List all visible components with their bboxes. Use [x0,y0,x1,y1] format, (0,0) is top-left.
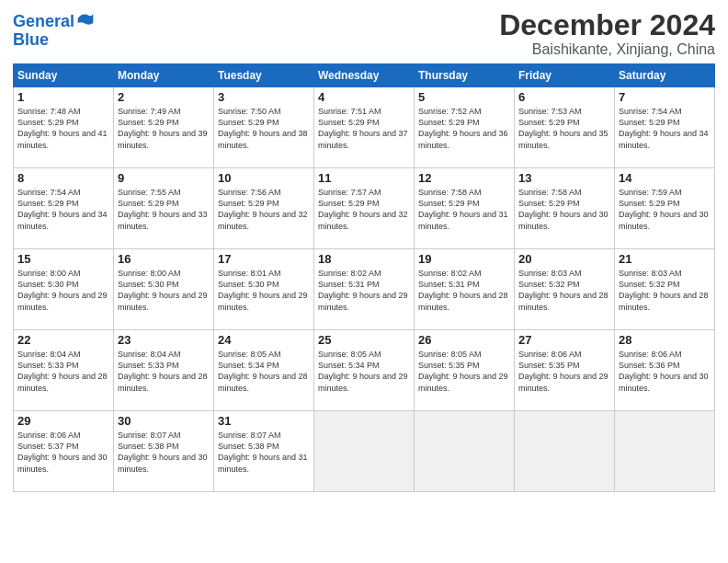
col-saturday: Saturday [615,64,715,87]
table-cell: 13Sunrise: 7:58 AMSunset: 5:29 PMDayligh… [515,168,615,249]
day-number: 4 [318,90,410,104]
table-cell: 11Sunrise: 7:57 AMSunset: 5:29 PMDayligh… [314,168,415,249]
col-thursday: Thursday [415,64,515,87]
table-cell: 23Sunrise: 8:04 AMSunset: 5:33 PMDayligh… [114,330,214,411]
day-number: 9 [118,171,210,185]
table-cell: 16Sunrise: 8:00 AMSunset: 5:30 PMDayligh… [114,249,214,330]
day-number: 31 [218,414,310,428]
day-number: 16 [118,252,210,266]
day-number: 5 [418,90,510,104]
calendar-subtitle: Baishikante, Xinjiang, China [499,41,715,58]
main-container: General Blue December 2024 Baishikante, … [0,0,728,563]
table-cell: 4Sunrise: 7:51 AMSunset: 5:29 PMDaylight… [314,87,415,168]
day-number: 8 [17,171,109,185]
day-number: 18 [318,252,410,266]
day-number: 28 [619,333,711,347]
table-cell: 21Sunrise: 8:03 AMSunset: 5:32 PMDayligh… [615,249,715,330]
day-number: 24 [218,333,310,347]
day-number: 30 [118,414,210,428]
table-cell: 28Sunrise: 8:06 AMSunset: 5:36 PMDayligh… [615,330,715,411]
table-cell: 1Sunrise: 7:48 AMSunset: 5:29 PMDaylight… [14,87,114,168]
table-cell: 2Sunrise: 7:49 AMSunset: 5:29 PMDaylight… [114,87,214,168]
day-info: Sunrise: 8:06 AMSunset: 5:36 PMDaylight:… [619,349,711,394]
day-info: Sunrise: 7:51 AMSunset: 5:29 PMDaylight:… [318,106,410,151]
day-info: Sunrise: 7:54 AMSunset: 5:29 PMDaylight:… [17,187,109,232]
table-cell [314,411,415,492]
day-info: Sunrise: 7:55 AMSunset: 5:29 PMDaylight:… [118,187,210,232]
day-number: 17 [218,252,310,266]
day-info: Sunrise: 8:00 AMSunset: 5:30 PMDaylight:… [17,268,109,313]
day-number: 1 [17,90,109,104]
day-number: 2 [118,90,210,104]
logo-text-blue: Blue [13,31,95,50]
day-number: 25 [318,333,410,347]
calendar-title: December 2024 [499,9,715,41]
table-cell: 3Sunrise: 7:50 AMSunset: 5:29 PMDaylight… [214,87,314,168]
day-info: Sunrise: 7:57 AMSunset: 5:29 PMDaylight:… [318,187,410,232]
calendar-table: Sunday Monday Tuesday Wednesday Thursday… [13,63,715,492]
day-info: Sunrise: 8:04 AMSunset: 5:33 PMDaylight:… [118,349,210,394]
day-number: 19 [418,252,510,266]
day-info: Sunrise: 8:00 AMSunset: 5:30 PMDaylight:… [118,268,210,313]
col-sunday: Sunday [14,64,114,87]
table-cell: 15Sunrise: 8:00 AMSunset: 5:30 PMDayligh… [14,249,114,330]
table-cell: 19Sunrise: 8:02 AMSunset: 5:31 PMDayligh… [415,249,515,330]
day-number: 11 [318,171,410,185]
table-cell: 10Sunrise: 7:56 AMSunset: 5:29 PMDayligh… [214,168,314,249]
day-number: 3 [218,90,310,104]
table-cell: 26Sunrise: 8:05 AMSunset: 5:35 PMDayligh… [415,330,515,411]
day-info: Sunrise: 8:06 AMSunset: 5:37 PMDaylight:… [17,430,109,475]
day-info: Sunrise: 8:07 AMSunset: 5:38 PMDaylight:… [218,430,310,475]
day-number: 10 [218,171,310,185]
day-info: Sunrise: 8:05 AMSunset: 5:34 PMDaylight:… [218,349,310,394]
logo-icon [76,9,95,28]
day-number: 22 [17,333,109,347]
col-friday: Friday [515,64,615,87]
day-number: 6 [518,90,610,104]
day-number: 21 [619,252,711,266]
table-cell: 31Sunrise: 8:07 AMSunset: 5:38 PMDayligh… [214,411,314,492]
day-number: 12 [418,171,510,185]
table-cell: 5Sunrise: 7:52 AMSunset: 5:29 PMDaylight… [415,87,515,168]
day-info: Sunrise: 8:01 AMSunset: 5:30 PMDaylight:… [218,268,310,313]
day-number: 29 [17,414,109,428]
col-monday: Monday [114,64,214,87]
day-info: Sunrise: 7:48 AMSunset: 5:29 PMDaylight:… [17,106,109,151]
day-number: 13 [518,171,610,185]
table-cell: 30Sunrise: 8:07 AMSunset: 5:38 PMDayligh… [114,411,214,492]
table-cell: 22Sunrise: 8:04 AMSunset: 5:33 PMDayligh… [14,330,114,411]
day-info: Sunrise: 7:56 AMSunset: 5:29 PMDaylight:… [218,187,310,232]
title-block: December 2024 Baishikante, Xinjiang, Chi… [499,9,715,58]
day-number: 20 [518,252,610,266]
day-info: Sunrise: 8:07 AMSunset: 5:38 PMDaylight:… [118,430,210,475]
day-info: Sunrise: 7:49 AMSunset: 5:29 PMDaylight:… [118,106,210,151]
header: General Blue December 2024 Baishikante, … [13,9,715,58]
table-cell: 8Sunrise: 7:54 AMSunset: 5:29 PMDaylight… [14,168,114,249]
table-cell: 18Sunrise: 8:02 AMSunset: 5:31 PMDayligh… [314,249,415,330]
table-cell: 7Sunrise: 7:54 AMSunset: 5:29 PMDaylight… [615,87,715,168]
col-tuesday: Tuesday [214,64,314,87]
table-cell: 24Sunrise: 8:05 AMSunset: 5:34 PMDayligh… [214,330,314,411]
day-number: 27 [518,333,610,347]
day-info: Sunrise: 8:03 AMSunset: 5:32 PMDaylight:… [619,268,711,313]
day-info: Sunrise: 8:04 AMSunset: 5:33 PMDaylight:… [17,349,109,394]
day-number: 23 [118,333,210,347]
table-cell [515,411,615,492]
day-info: Sunrise: 8:05 AMSunset: 5:35 PMDaylight:… [418,349,510,394]
table-cell: 27Sunrise: 8:06 AMSunset: 5:35 PMDayligh… [515,330,615,411]
table-cell: 14Sunrise: 7:59 AMSunset: 5:29 PMDayligh… [615,168,715,249]
day-info: Sunrise: 7:58 AMSunset: 5:29 PMDaylight:… [418,187,510,232]
table-cell: 6Sunrise: 7:53 AMSunset: 5:29 PMDaylight… [515,87,615,168]
day-number: 14 [619,171,711,185]
day-number: 26 [418,333,510,347]
day-number: 7 [619,90,711,104]
table-cell: 25Sunrise: 8:05 AMSunset: 5:34 PMDayligh… [314,330,415,411]
day-info: Sunrise: 8:06 AMSunset: 5:35 PMDaylight:… [518,349,610,394]
day-info: Sunrise: 7:58 AMSunset: 5:29 PMDaylight:… [518,187,610,232]
day-info: Sunrise: 8:03 AMSunset: 5:32 PMDaylight:… [518,268,610,313]
table-cell: 17Sunrise: 8:01 AMSunset: 5:30 PMDayligh… [214,249,314,330]
day-info: Sunrise: 8:05 AMSunset: 5:34 PMDaylight:… [318,349,410,394]
logo-text: General [13,13,74,31]
table-cell [415,411,515,492]
day-info: Sunrise: 8:02 AMSunset: 5:31 PMDaylight:… [418,268,510,313]
